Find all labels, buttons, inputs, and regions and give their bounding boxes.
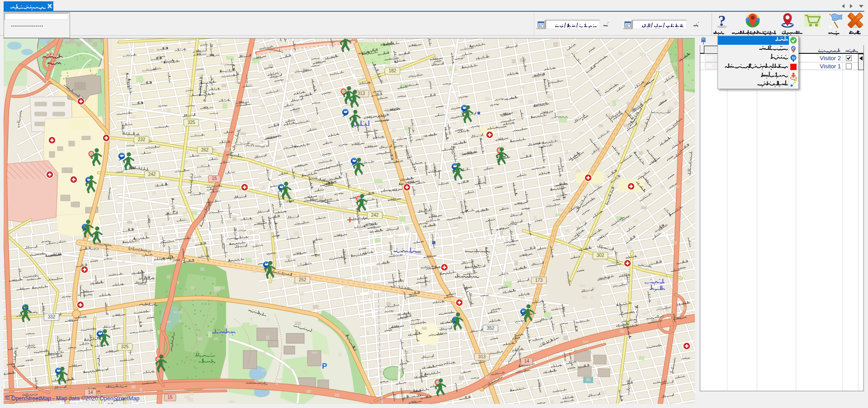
svg-text:325: 325 bbox=[188, 120, 195, 125]
svg-text:242: 242 bbox=[371, 213, 379, 218]
svg-text:232: 232 bbox=[138, 137, 146, 142]
svg-text:14: 14 bbox=[88, 390, 93, 395]
svg-text:14: 14 bbox=[524, 359, 529, 364]
svg-text:352: 352 bbox=[487, 326, 495, 331]
svg-text:173: 173 bbox=[535, 278, 543, 283]
svg-text:332: 332 bbox=[48, 314, 56, 319]
svg-text:262: 262 bbox=[201, 147, 209, 152]
svg-text:242: 242 bbox=[148, 172, 156, 177]
svg-text:313: 313 bbox=[478, 354, 486, 359]
svg-text:15: 15 bbox=[167, 395, 173, 400]
svg-text:252: 252 bbox=[299, 277, 307, 282]
svg-text:302: 302 bbox=[597, 253, 604, 258]
svg-text:© OpenStreetMap - Map data ©20: © OpenStreetMap - Map data ©2020 OpenStr… bbox=[5, 395, 139, 402]
svg-text:P: P bbox=[322, 362, 327, 370]
svg-text:313: 313 bbox=[358, 91, 365, 96]
svg-text:325: 325 bbox=[121, 344, 129, 349]
svg-text:182: 182 bbox=[389, 68, 396, 73]
svg-text:?: ? bbox=[718, 14, 726, 29]
svg-text:15: 15 bbox=[212, 176, 217, 181]
